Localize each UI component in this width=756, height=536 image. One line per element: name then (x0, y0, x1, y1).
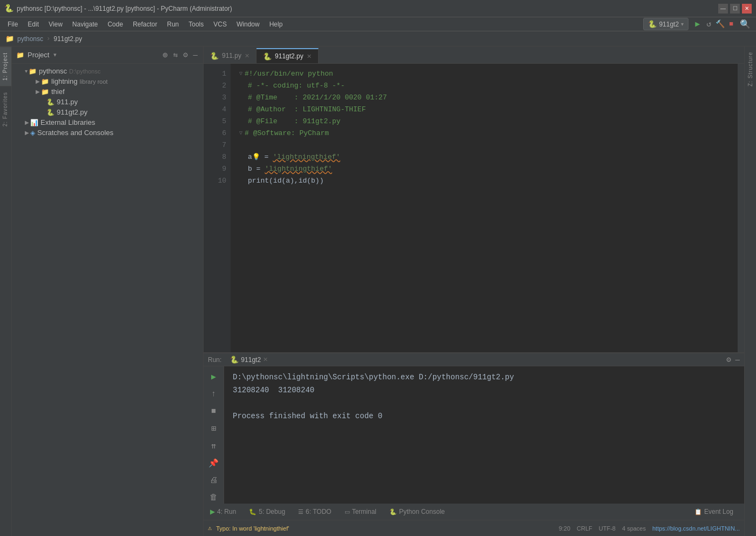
tree-label-external-libs: External Libraries (40, 118, 95, 126)
search-everywhere-button[interactable]: 🔍 (738, 18, 753, 31)
sidebar-item-project[interactable]: 1: Project (0, 46, 11, 86)
run-stop-button[interactable]: ■ (207, 404, 221, 418)
tab-close-911gt2py[interactable]: ✕ (307, 53, 312, 60)
status-url: https://blog.csdn.net/LIGHTNIN... (652, 525, 740, 532)
status-position[interactable]: 9:20 (559, 525, 570, 532)
sidebar-item-structure[interactable]: Z: Structure (744, 46, 756, 536)
run-print-button[interactable]: 🖨 (207, 473, 221, 487)
tree-label-911py: 911.py (57, 98, 78, 106)
expand-arrow-scratches: ▶ (25, 130, 29, 136)
menu-refactor[interactable]: Refactor (129, 19, 161, 30)
run-clear-button[interactable]: 🗑 (207, 491, 221, 505)
breadcrumb-file[interactable]: 911gt2.py (53, 35, 82, 43)
tree-item-911py[interactable]: 🐍 911.py (12, 97, 203, 107)
run-tab-name-label: 911gt2 (241, 356, 261, 364)
maximize-button[interactable]: ☐ (730, 4, 740, 14)
folder-small-icon: 📁 (16, 51, 24, 59)
debug-icon: 🐛 (249, 508, 256, 515)
menu-view[interactable]: View (44, 19, 67, 30)
python-file-icon-911: 🐍 (46, 98, 55, 106)
tree-item-scratches[interactable]: ▶ ◈ Scratches and Consoles (12, 128, 203, 138)
project-header-actions: ⊕ ⇆ ⚙ — (161, 49, 199, 62)
tree-item-thief[interactable]: ▶ 📁 thief (12, 86, 203, 97)
todo-icon: ☰ (298, 508, 303, 515)
console-output: D:\pythonsc\lightning\Scripts\python.exe… (224, 366, 744, 508)
expand-arrow-pythonsc: ▾ (25, 68, 28, 74)
python-console-icon: 🐍 (389, 508, 397, 515)
run-tab-close[interactable]: ✕ (263, 356, 268, 363)
project-hide-button[interactable]: — (192, 50, 199, 61)
menu-run[interactable]: Run (163, 19, 183, 30)
menu-window[interactable]: Window (232, 19, 264, 30)
editor-scrollbar[interactable] (738, 64, 744, 352)
tree-item-pythonsc[interactable]: ▾ 📁 pythonsc D:\pythonsc (12, 66, 203, 76)
status-line-sep[interactable]: CRLF (577, 525, 592, 532)
menu-navigate[interactable]: Navigate (68, 19, 102, 30)
python-console-tool-button[interactable]: 🐍 Python Console (383, 506, 451, 518)
code-editor[interactable]: 1 2 3 4 5 6 7 8 9 10 ▽ #!/usr (204, 64, 744, 352)
menu-code[interactable]: Code (103, 19, 127, 30)
tab-911gt2py[interactable]: 🐍 911gt2.py ✕ (256, 48, 319, 63)
menu-edit[interactable]: Edit (23, 19, 43, 30)
breadcrumb-project[interactable]: pythonsc (17, 35, 43, 43)
tab-label-911gt2py: 911gt2.py (275, 52, 303, 60)
stop-button[interactable]: ■ (727, 19, 735, 29)
tab-close-911py[interactable]: ✕ (245, 52, 249, 59)
run-again-button[interactable]: ▶ (207, 370, 221, 384)
tree-item-911gt2py[interactable]: 🐍 911gt2.py (12, 107, 203, 117)
code-line-7 (239, 139, 738, 151)
app-icon: 🐍 (4, 4, 14, 13)
project-settings-button[interactable]: ⚙ (182, 49, 188, 61)
run-minimize-button[interactable]: — (735, 356, 740, 364)
project-collapse-button[interactable]: ⇆ (172, 49, 179, 61)
run-build-button[interactable]: 🔨 (716, 19, 725, 29)
sidebar-item-favorites[interactable]: 2: Favorites (0, 86, 11, 132)
library-root-badge: library root (79, 78, 107, 85)
tab-911py[interactable]: 🐍 911.py ✕ (204, 48, 256, 63)
menu-vcs[interactable]: VCS (209, 19, 231, 30)
menu-help[interactable]: Help (265, 19, 287, 30)
todo-tool-button[interactable]: ☰ 6: TODO (292, 506, 338, 518)
debug-tool-button[interactable]: 🐛 5: Debug (242, 506, 292, 518)
console-line-output: 31208240 31208240 (233, 384, 735, 397)
menu-file[interactable]: File (3, 19, 22, 30)
run-settings-button[interactable]: ⚙ (726, 355, 731, 364)
tree-item-external-libs[interactable]: ▶ 📊 External Libraries (12, 117, 203, 128)
run-config-dropdown[interactable]: 🐍 911gt2 ▾ (643, 18, 688, 30)
run-layout-button[interactable]: ⊞ (207, 421, 221, 435)
status-bar: ⚠ Typo: In word 'lightningthief' 9:20 CR… (204, 520, 744, 536)
titlebar-left: 🐍 pythonsc [D:\pythonsc] - ...\911gt2.py… (4, 4, 232, 13)
run-play-button[interactable]: ▶ (693, 18, 702, 30)
project-title: Project (28, 51, 49, 59)
project-panel-header: 📁 Project ▾ ⊕ ⇆ ⚙ — (12, 46, 203, 64)
project-add-button[interactable]: ⊕ (161, 49, 169, 62)
run-scroll-top-button[interactable]: ⇈ (207, 439, 221, 453)
run-reload-button[interactable]: ↺ (704, 18, 713, 30)
run-up-button[interactable]: ↑ (207, 387, 221, 401)
project-dropdown-arrow[interactable]: ▾ (53, 51, 57, 58)
run-tool-button[interactable]: ▶ 4: Run (204, 506, 242, 518)
menu-tools[interactable]: Tools (184, 19, 208, 30)
code-content[interactable]: ▽ #!/usr/bin/env python # -*- coding: ut… (231, 64, 738, 352)
expand-arrow-ext: ▶ (25, 119, 29, 125)
fold-icon-1[interactable]: ▽ (239, 68, 242, 80)
expand-arrow-thief: ▶ (36, 89, 40, 95)
status-encoding[interactable]: UTF-8 (599, 525, 616, 532)
tree-item-lightning[interactable]: ▶ 📁 lightning library root (12, 76, 203, 86)
run-tabs-right: ⚙ — (726, 355, 740, 364)
run-tab-911gt2[interactable]: 🐍 911gt2 ✕ (226, 353, 272, 366)
run-pin-button[interactable]: 📌 (207, 456, 221, 470)
terminal-icon: ▭ (345, 508, 350, 515)
tab-label-911py: 911.py (222, 52, 241, 59)
run-tool-icon: ▶ (210, 508, 215, 515)
terminal-tool-button[interactable]: ▭ Terminal (338, 506, 383, 518)
lightbulb-icon[interactable]: 💡 (252, 151, 260, 163)
fold-icon-6[interactable]: ▽ (239, 128, 242, 139)
status-indent[interactable]: 4 spaces (622, 525, 646, 532)
event-log-button[interactable]: 📋 Event Log (688, 506, 740, 518)
expand-arrow-lightning: ▶ (36, 78, 40, 84)
minimize-button[interactable]: — (718, 4, 728, 14)
close-button[interactable]: ✕ (742, 4, 752, 14)
run-action-sidebar: ▶ ↑ ■ ⊞ ⇈ 📌 🖨 🗑 (204, 366, 224, 508)
python-file-icon-911gt2: 🐍 (46, 109, 55, 116)
